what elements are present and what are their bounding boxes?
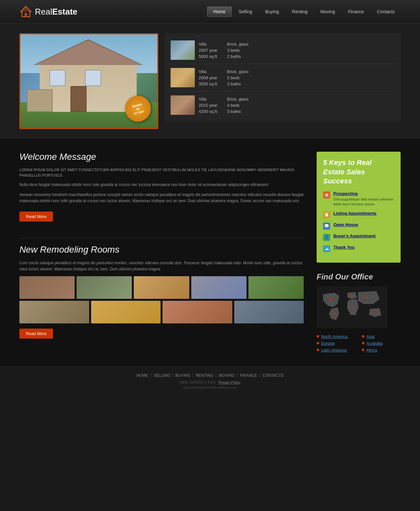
key-item-buyer: 👤 Buyer's Appointment xyxy=(323,234,394,241)
office-section: Find Our Office xyxy=(317,272,401,353)
footer-copy: REAL ESTATE © 2010 Privacy Policy xyxy=(19,380,401,384)
svg-point-10 xyxy=(373,311,375,313)
prop-material-3: Brick, glass xyxy=(227,97,248,102)
nav-home[interactable]: Home xyxy=(207,6,231,17)
footer-link-contacts[interactable]: CONTACTS xyxy=(260,373,286,378)
prop-sqft-2: 3500 sq.ft xyxy=(199,82,217,86)
key-link-listing[interactable]: Listing Appointments xyxy=(333,211,376,216)
prop-year-1: 2007 year xyxy=(199,48,217,53)
key-icon-listing: 📋 xyxy=(323,211,330,218)
svg-point-8 xyxy=(351,306,353,308)
svg-marker-3 xyxy=(35,41,142,65)
loc-latin-america[interactable]: Latin America xyxy=(317,347,355,353)
remodeling-title: New Remodeling Rooms xyxy=(19,245,304,255)
nav-renting[interactable]: Renting xyxy=(286,7,313,16)
room-thumb-7[interactable] xyxy=(91,301,161,323)
prop-material-2: Brick, glass xyxy=(227,69,248,74)
loc-australia[interactable]: Australia xyxy=(362,340,401,347)
footer-link-finance[interactable]: FINANCE xyxy=(237,373,260,378)
footer-link-selling[interactable]: SELLING xyxy=(151,373,173,378)
right-sidebar: 5 Keys to Real Estate Sales Success 🏠 Pr… xyxy=(317,152,401,353)
property-info-1: Villa 2007 year 5000 sq.ft Brick, glass … xyxy=(199,42,395,59)
property-thumbnail-3 xyxy=(171,95,195,115)
footer-url: www.heritagechristiancollege.com xyxy=(19,386,401,389)
section-divider-1 xyxy=(19,238,304,238)
key-link-openhouse[interactable]: Open House xyxy=(333,222,358,227)
prop-beds-3: 4 beds xyxy=(227,103,248,108)
loc-africa[interactable]: Africa xyxy=(362,347,401,353)
office-title: Find Our Office xyxy=(317,272,401,281)
footer-links: HOME SELLING BUYING RENTING MOVING FINAN… xyxy=(19,373,401,378)
welcome-body-2: Aenean nonummy hendrerit maurihasellus p… xyxy=(19,192,304,204)
footer-link-home[interactable]: HOME xyxy=(134,373,151,378)
loc-bullet-as xyxy=(362,335,364,338)
property-thumbnail-1 xyxy=(171,40,195,60)
privacy-policy-link[interactable]: Privacy Policy xyxy=(218,380,240,384)
key-item-openhouse: 💬 Open House xyxy=(323,222,394,230)
loc-north-america[interactable]: North America xyxy=(317,333,355,340)
nav-selling[interactable]: Selling xyxy=(233,7,258,16)
room-thumb-3[interactable] xyxy=(134,276,189,299)
room-thumb-8[interactable] xyxy=(163,301,232,323)
room-thumb-1[interactable] xyxy=(19,276,75,299)
prop-type-3: Villa xyxy=(199,97,217,102)
logo-area: RealEstate xyxy=(19,6,78,17)
prop-type-2: Villa xyxy=(199,69,217,74)
key-icon-prospecting: 🏠 xyxy=(323,191,330,199)
header: RealEstate Home Selling Buying Renting M… xyxy=(0,0,420,24)
room-thumb-5[interactable] xyxy=(248,276,304,299)
room-thumb-4[interactable] xyxy=(191,276,247,299)
prop-sqft-1: 5000 sq.ft xyxy=(199,54,217,59)
footer-link-renting[interactable]: RENTING xyxy=(193,373,216,378)
room-thumb-9[interactable] xyxy=(234,301,304,323)
loc-bullet-af xyxy=(362,349,364,351)
office-locations: North America Europe Latin America Asia xyxy=(317,333,401,353)
key-icon-thankyou: ☁ xyxy=(323,245,330,252)
room-thumb-2[interactable] xyxy=(77,276,132,299)
footer-link-buying[interactable]: BUYING xyxy=(173,373,193,378)
key-link-prospecting[interactable]: Prospecting xyxy=(333,191,394,196)
property-item-1[interactable]: Villa 2007 year 5000 sq.ft Brick, glass … xyxy=(168,37,397,64)
remodeling-body: Curn sociis natoque penatibus et magnis … xyxy=(19,260,304,272)
room-grid-row1 xyxy=(19,276,304,299)
property-list: Villa 2007 year 5000 sq.ft Brick, glass … xyxy=(165,33,401,122)
prop-sqft-3: 4200 sq.ft xyxy=(199,109,217,114)
loc-bullet-la xyxy=(317,349,319,351)
room-grid-row2 xyxy=(19,301,304,323)
loc-bullet-na xyxy=(317,335,319,338)
nav-finance[interactable]: Finance xyxy=(342,7,370,16)
loc-europe[interactable]: Europe xyxy=(317,340,355,347)
nav-contacts[interactable]: Contacts xyxy=(371,7,401,16)
key-link-buyer[interactable]: Buyer's Appointment xyxy=(333,234,375,238)
property-info-3: Villa 2010 year 4200 sq.ft Brick, glass … xyxy=(199,97,395,114)
nav-moving[interactable]: Moving xyxy=(315,7,341,16)
house-roof-svg xyxy=(33,39,143,65)
prop-baths-1: 2 baths xyxy=(227,54,248,59)
room-thumb-6[interactable] xyxy=(19,301,89,323)
property-item-2[interactable]: Villa 2009 year 3500 sq.ft Brick, glass … xyxy=(168,64,397,92)
loc-asia[interactable]: Asia xyxy=(362,333,401,340)
content-section: Welcome Message LOREM IPSUM DOLOR SIT AM… xyxy=(0,139,420,366)
nav-buying[interactable]: Buying xyxy=(259,7,285,16)
welcome-body-1: Nulla dsce feugiat malesuada odiobi nunc… xyxy=(19,182,304,188)
footer-nav: HOME SELLING BUYING RENTING MOVING FINAN… xyxy=(0,366,420,393)
footer-link-moving[interactable]: MOVING xyxy=(216,373,237,378)
prop-year-3: 2010 year xyxy=(199,103,217,108)
svg-point-9 xyxy=(366,297,368,299)
welcome-body-upper: LOREM IPSUM DOLOR SIT AMET CONSECTETUER … xyxy=(19,167,304,178)
logo-text: RealEstate xyxy=(35,7,78,17)
svg-marker-1 xyxy=(21,6,31,12)
property-info-2: Villa 2009 year 3500 sq.ft Brick, glass … xyxy=(199,69,395,86)
property-thumbnail-2 xyxy=(171,68,195,87)
key-link-thankyou[interactable]: Thank You xyxy=(333,245,354,250)
property-item-3[interactable]: Villa 2010 year 4200 sq.ft Brick, glass … xyxy=(168,92,397,119)
logo-icon xyxy=(19,6,32,17)
welcome-read-more-button[interactable]: Read More xyxy=(19,212,53,222)
key-item-thankyou: ☁ Thank You xyxy=(323,245,394,252)
remodeling-read-more-button[interactable]: Read More xyxy=(19,329,53,339)
world-map-svg xyxy=(317,286,388,328)
keys-box: 5 Keys to Real Estate Sales Success 🏠 Pr… xyxy=(317,152,401,263)
prop-baths-2: 3 baths xyxy=(227,82,248,86)
key-item-listing: 📋 Listing Appointments xyxy=(323,211,394,218)
welcome-title: Welcome Message xyxy=(19,152,304,162)
